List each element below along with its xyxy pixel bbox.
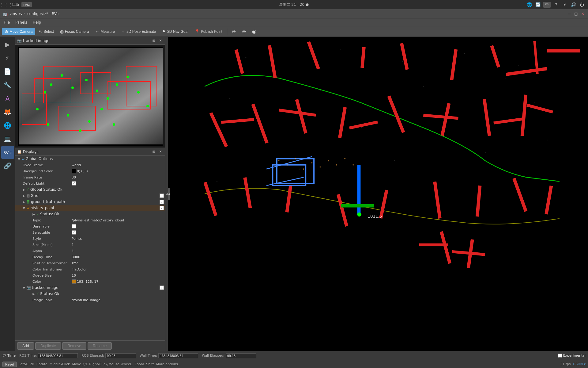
grid-row[interactable]: ▶ ▦ Grid: [15, 193, 165, 199]
app-window: 🤖 vins_rviz_config.rviz* - RViz − □ ✕ Fi…: [0, 9, 588, 368]
minimize-button[interactable]: −: [567, 11, 572, 17]
sidebar-icon-rviz[interactable]: RViz: [1, 146, 14, 159]
queue-size-value[interactable]: 10: [72, 274, 164, 278]
publish-point-button[interactable]: 📍 Publish Point: [192, 28, 225, 35]
measure-button[interactable]: ↔ Measure: [92, 28, 118, 35]
history-point-arrow[interactable]: ▼: [21, 205, 26, 210]
reset-button[interactable]: Reset: [2, 362, 17, 367]
measure-label: Measure: [100, 29, 115, 34]
background-color-row: Background Color 0; 0; 0: [15, 168, 165, 174]
add-button[interactable]: Add: [17, 342, 34, 350]
history-point-label: history_point: [31, 206, 160, 210]
network-icon[interactable]: 🌐: [526, 2, 532, 8]
nav-goal-icon: ⚑: [162, 29, 166, 34]
app-label[interactable]: 活动: [12, 2, 19, 7]
toolbar-extra3[interactable]: ◉: [249, 27, 259, 36]
tracked-image-arrow[interactable]: ▼: [21, 285, 26, 290]
locale-selector[interactable]: 中: [543, 2, 551, 8]
color-transformer-value[interactable]: FlatColor: [72, 267, 164, 271]
update-icon[interactable]: 🔄: [535, 2, 541, 8]
queue-size-row: Queue Size 10: [15, 272, 165, 278]
maximize-button[interactable]: □: [573, 11, 579, 17]
sidebar-icon-firefox[interactable]: 🦊: [1, 105, 14, 118]
history-point-checkbox[interactable]: [160, 206, 164, 210]
panel-resize-handle[interactable]: ◀: [165, 37, 168, 351]
tracked-image-row[interactable]: ▼ 📷 tracked image: [15, 285, 165, 291]
focus-camera-button[interactable]: ◎ Focus Camera: [57, 28, 92, 35]
ros-elapsed-input[interactable]: [105, 353, 136, 358]
displays-close-button[interactable]: ✕: [158, 149, 163, 155]
toolbar-extra1[interactable]: ⊕: [229, 27, 239, 36]
displays-undock-button[interactable]: ⊞: [151, 149, 156, 155]
history-status-row[interactable]: ▶ ✓ Status: Ok: [15, 211, 165, 217]
menu-file[interactable]: File: [1, 20, 12, 25]
pose-estimate-button[interactable]: → 2D Pose Estimate: [118, 28, 159, 35]
global-options-row[interactable]: ▼ ⚙ Global Options: [15, 156, 165, 162]
tracked-image-checkbox[interactable]: [160, 286, 164, 290]
global-options-arrow[interactable]: ▼: [17, 156, 21, 161]
sidebar-icon-terminal[interactable]: ▶: [1, 38, 14, 51]
global-status-row[interactable]: ▶ ✓ Global Status: Ok: [15, 186, 165, 193]
alpha-value[interactable]: 1: [72, 249, 164, 253]
activities-icon[interactable]: ⋮⋮⋮: [3, 2, 9, 8]
history-status-arrow[interactable]: ▶: [31, 212, 36, 217]
fixed-frame-value[interactable]: world: [72, 163, 164, 167]
style-value[interactable]: Points: [72, 237, 164, 241]
sidebar-icon-pdf[interactable]: 📄: [1, 65, 14, 78]
sidebar-icon-chrome[interactable]: 🌐: [1, 119, 14, 132]
experimental-checkbox[interactable]: [558, 354, 562, 358]
ros-time-input[interactable]: [38, 353, 78, 358]
csdn-label[interactable]: CSDN ▾: [573, 362, 586, 366]
history-point-row[interactable]: ▼ ⚙ history_point: [15, 205, 165, 211]
tracked-image-status-row[interactable]: ▶ ✓ Status: Ok: [15, 291, 165, 297]
rviz-label[interactable]: rviz: [21, 2, 32, 7]
viewport-3d[interactable]: 1011.5 ◀: [168, 37, 588, 351]
nav-goal-button[interactable]: ⚑ 2D Nav Goal: [159, 28, 191, 35]
wall-elapsed-input[interactable]: [226, 353, 256, 358]
sidebar-icon-ide[interactable]: 💻: [1, 132, 14, 145]
ground-truth-checkbox[interactable]: [160, 200, 164, 204]
grid-checkbox[interactable]: [160, 194, 164, 198]
power-icon[interactable]: ⏻: [579, 2, 585, 8]
sidebar-icon-a[interactable]: A: [1, 92, 14, 105]
sidebar-icon-code[interactable]: ⚡: [1, 52, 14, 64]
right-collapse-handle[interactable]: ◀: [168, 188, 170, 200]
global-options-icon: ⚙: [21, 157, 25, 161]
remove-button[interactable]: Remove: [62, 342, 86, 350]
help-icon[interactable]: ?: [553, 2, 559, 8]
select-button[interactable]: ↖ Select: [36, 28, 56, 35]
size-pixels-value[interactable]: 1: [72, 243, 164, 247]
tracked-image-status-arrow[interactable]: ▶: [31, 291, 36, 296]
camera-close-button[interactable]: ✕: [158, 38, 163, 44]
decay-time-value[interactable]: 3000: [72, 255, 164, 259]
unreliable-checkbox[interactable]: [72, 224, 76, 228]
close-button[interactable]: ✕: [580, 11, 586, 17]
background-color-swatch[interactable]: [72, 169, 76, 173]
position-transformer-value[interactable]: XYZ: [72, 261, 164, 265]
topic-value[interactable]: /plvins_estimator/history_cloud: [72, 218, 164, 222]
sidebar-icon-plugin[interactable]: 🔧: [1, 79, 14, 91]
rename-button[interactable]: Rename: [88, 342, 112, 350]
color-value[interactable]: 193; 125; 17: [77, 280, 164, 284]
ground-truth-row[interactable]: ▶ 🛤 ground_truth_path: [15, 199, 165, 205]
wall-time-input[interactable]: [158, 353, 198, 358]
default-light-checkbox[interactable]: [72, 181, 76, 186]
bluetooth-icon[interactable]: ⚡: [562, 2, 568, 8]
menu-panels[interactable]: Panels: [13, 20, 30, 25]
toolbar-extra2[interactable]: ⊖: [239, 27, 249, 36]
sidebar-icon-network[interactable]: 🔗: [1, 159, 14, 172]
color-swatch[interactable]: [72, 279, 76, 284]
image-topic-value[interactable]: /PointLine_image: [72, 298, 164, 302]
ground-truth-arrow[interactable]: ▶: [21, 199, 26, 204]
svg-point-33: [278, 69, 279, 70]
background-color-value[interactable]: 0; 0; 0: [77, 169, 164, 173]
global-status-arrow[interactable]: ▶: [21, 187, 26, 192]
menu-help[interactable]: Help: [30, 20, 43, 25]
audio-icon[interactable]: 🔊: [570, 2, 576, 8]
grid-arrow[interactable]: ▶: [21, 193, 26, 198]
duplicate-button[interactable]: Duplicate: [35, 342, 61, 350]
camera-undock-button[interactable]: ⊞: [151, 38, 156, 44]
frame-rate-value[interactable]: 30: [72, 175, 164, 179]
selectable-checkbox[interactable]: [72, 230, 76, 235]
move-camera-button[interactable]: ⊕ Move Camera: [2, 28, 35, 35]
